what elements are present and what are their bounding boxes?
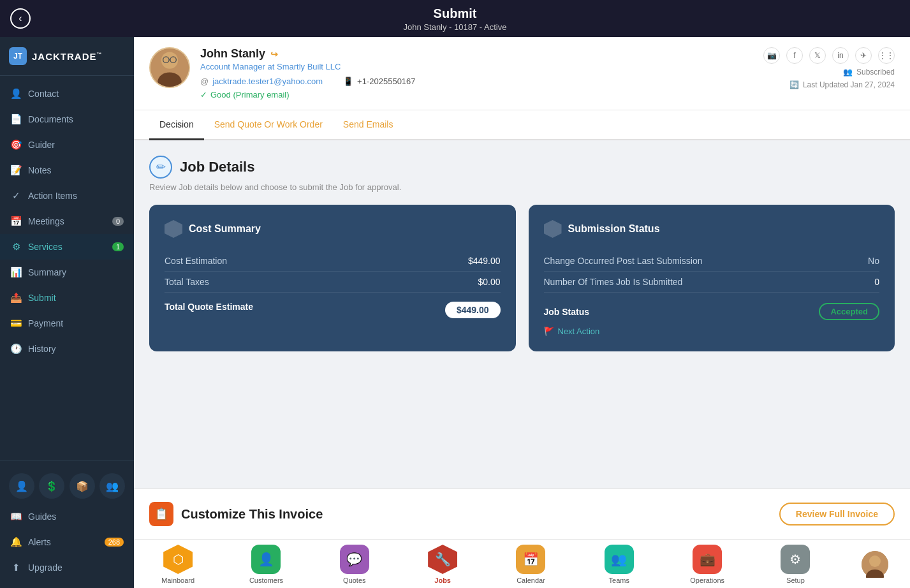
sidebar-item-guides[interactable]: 📖 Guides <box>0 504 134 529</box>
bottom-team-icon[interactable]: 👥 <box>99 473 125 499</box>
tab-send-emails[interactable]: Send Emails <box>333 110 404 140</box>
services-icon: ⚙ <box>10 241 22 253</box>
cost-estimation-label: Cost Estimation <box>165 256 227 266</box>
email-value: jacktrade.tester1@yahoo.com <box>212 77 323 86</box>
refresh-icon: 🔄 <box>789 80 799 89</box>
invoice-title: Customize This Invoice <box>181 507 323 522</box>
tab-decision[interactable]: Decision <box>149 110 204 140</box>
total-quote-value: $449.00 <box>445 302 501 318</box>
bottom-nav-teams[interactable]: 👥 Teams <box>597 545 642 584</box>
last-updated-text: Last Updated Jan 27, 2024 <box>803 80 895 89</box>
job-details-desc: Review Job details below and choose to s… <box>149 182 895 192</box>
bottom-nav-customers[interactable]: 👤 Customers <box>244 545 288 584</box>
sidebar-item-contact[interactable]: 👤 Contact <box>0 81 134 107</box>
documents-icon: 📄 <box>10 114 22 125</box>
cost-summary-title: Cost Summary <box>189 223 261 235</box>
tab-send-quote[interactable]: Send Quote Or Work Order <box>204 110 333 140</box>
submission-hex-icon <box>544 220 562 238</box>
sidebar-item-services[interactable]: ⚙ Services 1 <box>0 234 134 260</box>
subscribed-icon: 👥 <box>843 68 853 77</box>
share-icon[interactable]: ↪ <box>270 49 278 59</box>
sidebar-item-documents[interactable]: 📄 Documents <box>0 107 134 132</box>
sidebar-item-history[interactable]: 🕐 History <box>0 336 134 362</box>
sidebar-item-guider[interactable]: 🎯 Guider <box>0 132 134 158</box>
phone-value: +1-2025550167 <box>357 77 415 86</box>
meetings-icon: 📅 <box>10 216 22 227</box>
times-submitted-label: Number Of Times Job Is Submitted <box>544 277 683 287</box>
next-action-link[interactable]: 🚩 Next Action <box>544 327 880 336</box>
sidebar-item-guider-label: Guider <box>28 140 55 150</box>
mainboard-icon: ⬡ <box>163 545 193 574</box>
bottom-nav-bar: ⬡ Mainboard 👤 Customers 💬 Quotes 🔧 Jobs … <box>134 539 910 588</box>
alerts-label: Alerts <box>28 537 51 547</box>
facebook-icon[interactable]: f <box>786 47 803 64</box>
bottom-nav-calendar[interactable]: 📅 Calendar <box>508 545 553 584</box>
subscribed-row: 👥 Subscribed <box>843 68 895 77</box>
sidebar-item-notes-label: Notes <box>28 165 52 175</box>
sidebar-item-summary[interactable]: 📊 Summary <box>0 260 134 285</box>
sidebar-item-action-items[interactable]: ✓ Action Items <box>0 183 134 209</box>
email-contact[interactable]: @ jacktrade.tester1@yahoo.com <box>200 77 323 86</box>
email-status-badge: ✓ Good (Primary email) <box>200 90 753 99</box>
top-bar: ‹ Submit John Stanly - 10187 - Active <box>0 0 910 37</box>
telegram-icon[interactable]: ✈ <box>855 47 872 64</box>
bottom-nav-setup[interactable]: ⚙ Setup <box>773 545 818 584</box>
bottom-nav-jobs[interactable]: 🔧 Jobs <box>420 545 465 584</box>
sidebar-item-services-label: Services <box>28 242 62 252</box>
job-details-title: Job Details <box>180 159 254 175</box>
teams-label: Teams <box>609 577 629 584</box>
services-badge: 1 <box>112 242 124 251</box>
content-area: John Stanly ↪ Account Manager at Smartly… <box>134 37 910 588</box>
bottom-nav-quotes[interactable]: 💬 Quotes <box>332 545 377 584</box>
calendar-label: Calendar <box>517 577 545 584</box>
social-icons-row: 📷 f 𝕏 in ✈ ⋮⋮ <box>763 47 895 64</box>
cost-summary-header: Cost Summary <box>165 220 501 238</box>
phone-contact[interactable]: 📱 +1-2025550167 <box>343 77 415 86</box>
contact-icon: 👤 <box>10 88 22 99</box>
main-content: ✏ Job Details Review Job details below a… <box>134 140 910 489</box>
bottom-box-icon[interactable]: 📦 <box>70 473 95 499</box>
job-details-header: ✏ Job Details <box>149 156 895 179</box>
teams-icon: 👥 <box>605 545 634 574</box>
review-full-invoice-button[interactable]: Review Full Invoice <box>779 503 895 526</box>
linkedin-icon[interactable]: in <box>832 47 849 64</box>
back-button[interactable]: ‹ <box>10 8 31 29</box>
sidebar-bottom-actions: 👤 💲 📦 👥 <box>0 468 134 504</box>
sidebar-item-payment-label: Payment <box>28 318 63 328</box>
user-avatar-button[interactable] <box>862 551 888 578</box>
operations-icon: 💼 <box>693 545 722 574</box>
svg-point-7 <box>869 555 881 567</box>
twitter-icon[interactable]: 𝕏 <box>809 47 826 64</box>
bottom-person-icon[interactable]: 👤 <box>9 473 34 499</box>
cost-hex-icon <box>165 220 182 238</box>
change-occurred-label: Change Occurred Post Last Submission <box>544 256 703 266</box>
jobs-label: Jobs <box>434 577 451 584</box>
sidebar-item-notes[interactable]: 📝 Notes <box>0 158 134 183</box>
logo-text: JACKTRADE™ <box>32 51 103 62</box>
sidebar-item-meetings[interactable]: 📅 Meetings 0 <box>0 209 134 234</box>
page-title: Submit <box>0 6 910 21</box>
sidebar-item-summary-label: Summary <box>28 267 66 277</box>
job-details-icon: ✏ <box>149 156 172 179</box>
subscribed-label: Subscribed <box>856 68 895 77</box>
phone-icon: 📱 <box>343 77 353 86</box>
sidebar-item-payment[interactable]: 💳 Payment <box>0 311 134 336</box>
instagram-icon[interactable]: 📷 <box>763 47 780 64</box>
avatar <box>149 47 190 88</box>
next-action-label: Next Action <box>558 327 600 336</box>
bottom-dollar-icon[interactable]: 💲 <box>39 473 64 499</box>
customers-icon: 👤 <box>251 545 281 574</box>
guides-icon: 📖 <box>10 511 22 522</box>
sidebar-item-submit[interactable]: 📤 Submit <box>0 285 134 311</box>
submission-status-header: Submission Status <box>544 220 880 238</box>
check-icon: ✓ <box>200 90 207 99</box>
sidebar-item-alerts[interactable]: 🔔 Alerts 268 <box>0 529 134 555</box>
svg-point-1 <box>161 52 178 69</box>
sidebar-item-upgrade[interactable]: ⬆ Upgrade <box>0 555 134 580</box>
bottom-nav-mainboard[interactable]: ⬡ Mainboard <box>156 545 200 584</box>
bottom-nav-operations[interactable]: 💼 Operations <box>685 545 730 584</box>
grid-icon[interactable]: ⋮⋮ <box>878 47 895 64</box>
cost-estimation-value: $449.00 <box>468 256 501 266</box>
invoice-left: 📋 Customize This Invoice <box>149 502 323 526</box>
job-status-row: Job Status Accepted <box>544 303 880 320</box>
